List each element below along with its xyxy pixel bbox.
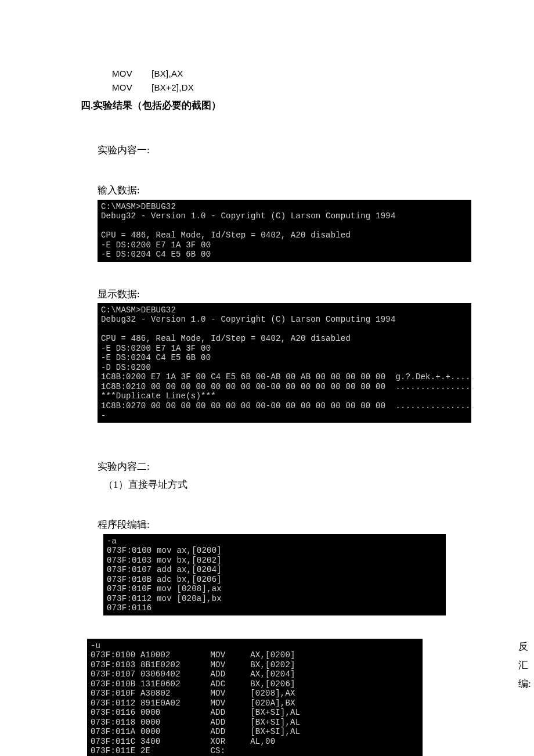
terminal-disasm: -u 073F:0100 A10002 MOV AX,[0200] 073F:0… bbox=[87, 639, 423, 756]
asm-line-1: MOV[BX],AX bbox=[112, 67, 469, 81]
asm-line-2: MOV[BX+2],DX bbox=[112, 81, 469, 95]
input-data-label: 输入数据: bbox=[98, 182, 469, 198]
terminal-assemble: -a 073F:0100 mov ax,[0200] 073F:0103 mov… bbox=[103, 534, 446, 615]
asm-args: [BX],AX bbox=[151, 69, 183, 78]
terminal-display: C:\MASM>DEBUG32 Debug32 - Version 1.0 - … bbox=[98, 303, 471, 423]
exp2-heading: 实验内容二: bbox=[98, 459, 469, 474]
asm-op: MOV bbox=[112, 67, 151, 81]
mode-heading: （1）直接寻址方式 bbox=[103, 477, 469, 492]
prog-edit-label: 程序段编辑: bbox=[98, 517, 469, 532]
exp1-heading: 实验内容一: bbox=[98, 142, 469, 158]
asm-args: [BX+2],DX bbox=[151, 82, 194, 92]
display-data-label: 显示数据: bbox=[98, 286, 469, 302]
disasm-label: 反汇编: bbox=[518, 638, 530, 694]
section-heading: 四.实验结果（包括必要的截图） bbox=[81, 98, 469, 113]
terminal-input: C:\MASM>DEBUG32 Debug32 - Version 1.0 - … bbox=[98, 200, 471, 262]
asm-op: MOV bbox=[112, 81, 151, 95]
